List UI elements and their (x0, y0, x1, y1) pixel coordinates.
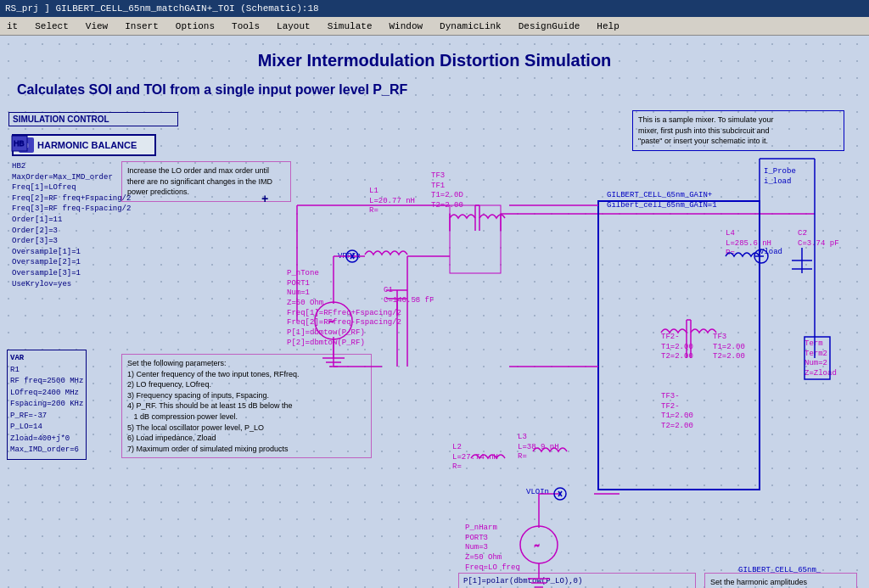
canvas-area[interactable]: Mixer Intermodulation Distortion Simulat… (0, 36, 869, 588)
tf3-bot-label: TF3T1=2.00T2=2.00 (713, 333, 745, 362)
menu-options[interactable]: Options (172, 20, 218, 32)
menu-dynamiclink[interactable]: DynamicLink (436, 20, 505, 32)
subcircuit-label: GILBERT_CELL_65nm_GAIN+Gilbert_cell_65nm… (607, 191, 717, 210)
svg-point-30 (520, 526, 558, 563)
menu-bar: it Select View Insert Options Tools Layo… (0, 17, 869, 36)
menu-window[interactable]: Window (385, 20, 426, 32)
title-bar: RS_prj ] GILBERT_CELL_65nm_matchGAIN+_TO… (0, 0, 869, 17)
svg-line-56 (558, 491, 562, 496)
mixer-note: This is a sample mixer. To simulate your… (632, 110, 844, 151)
hb-label: HARMONIC BALANCE (37, 140, 137, 150)
menu-designguide[interactable]: DesignGuide (515, 20, 584, 32)
svg-text:~: ~ (535, 541, 539, 550)
tf3-mid-label: TF3-TF2-T1=2.00T2=2.00 (661, 392, 693, 432)
c1-label: C1C=146.58 fF (384, 286, 434, 305)
menu-insert[interactable]: Insert (121, 20, 162, 32)
vloin-label: VLOIn (526, 488, 549, 498)
vload-label: Vload (760, 248, 782, 258)
menu-it[interactable]: it (3, 20, 21, 32)
l1-label: L1L=20.77 nHR= (369, 187, 415, 216)
tf3-top-label: TF3TF1T1=2.0DT2=2.00 (431, 171, 463, 211)
p-lo-source-label: P_nHarmPORT3Num=3Z=50 OhmFreq=LO freq (465, 524, 520, 573)
p-rf-source-label: P_nTonePORT1Num=1Z=50 OhmFreq[1]=RFfreq+… (287, 269, 401, 349)
schematic-title: Mixer Intermodulation Distortion Simulat… (258, 51, 612, 70)
schematic-subtitle: Calculates SOI and TOI from a single inp… (17, 82, 407, 98)
sim-control-box: SIMULATION CONTROL (8, 112, 178, 126)
menu-simulate[interactable]: Simulate (324, 20, 376, 32)
term-label: TermTerm2Num=2Z=Zload (805, 339, 837, 379)
svg-line-55 (558, 491, 562, 496)
menu-layout[interactable]: Layout (273, 20, 314, 32)
c2-label: C2C=3.74 pF (798, 229, 839, 249)
svg-rect-9 (450, 205, 501, 273)
menu-select[interactable]: Select (31, 20, 72, 32)
hb-params: HB2MaxOrder=Max_IMD_orderFreq[1]=LOfreqF… (12, 161, 131, 289)
menu-tools[interactable]: Tools (228, 20, 263, 32)
p-lo-values: P[1]=polar(dbmtow(P_LO),0) P[2]=polar(db… (458, 573, 696, 588)
gilbert-bottom-label: GILBERT_CELL_65nm_ (738, 566, 821, 576)
svg-point-54 (554, 488, 566, 500)
iprobe-label: I_Probei_load (764, 167, 796, 187)
vrfin-label: VRFIn (338, 252, 361, 262)
l3-label: L3L=38.9 nHR= (518, 433, 559, 462)
hb-button[interactable]: ⊞ HARMONIC BALANCE (12, 134, 156, 156)
menu-view[interactable]: View (82, 20, 111, 32)
var-block: VAR R1 RF freq=2500 MHz LOfreq=2400 MHz … (7, 350, 87, 460)
cross-marker: + (261, 193, 268, 206)
hb-icon: ⊞ (19, 137, 34, 153)
tf2-top-label: TF2-T1=2.00T2=2.00 (661, 333, 693, 362)
title-text: RS_prj ] GILBERT_CELL_65nm_matchGAIN+_TO… (5, 3, 319, 14)
var-params: RF freq=2500 MHz LOfreq=2400 MHz Fspacin… (10, 376, 83, 456)
var-name: R1 (10, 365, 83, 377)
menu-help[interactable]: Help (593, 20, 622, 32)
set-params-note: Set the following parameters: 1) Center … (121, 354, 372, 458)
l2-label: L2L=27.74 nHR= (452, 443, 498, 473)
sim-control-label: SIMULATION CONTROL (9, 113, 177, 126)
